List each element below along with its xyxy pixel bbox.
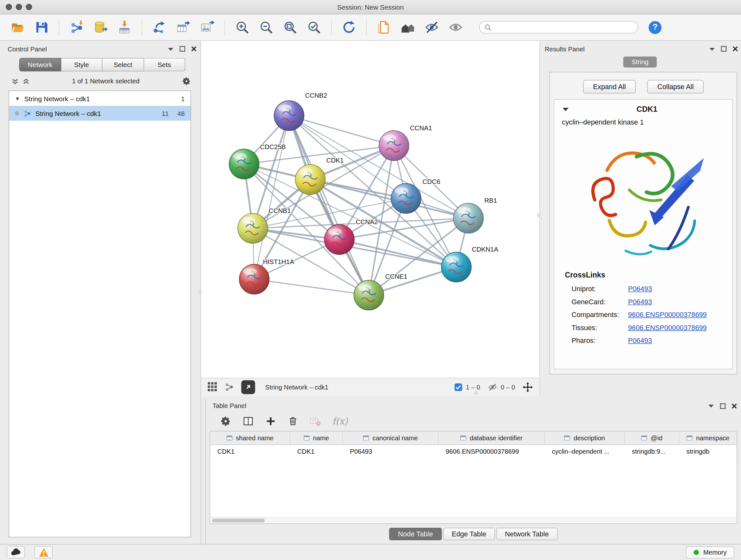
column-header-database-identifier[interactable]: database identifier [439, 431, 545, 444]
document-button[interactable] [373, 17, 395, 38]
network-node-CCNB2[interactable] [274, 101, 304, 131]
houses-icon [401, 20, 415, 35]
left-splitter-grip[interactable] [198, 290, 202, 294]
crosslink-genecard-link[interactable]: P06493 [628, 298, 652, 306]
network-edge-CCNB2-CCNA1[interactable] [289, 116, 394, 145]
tab-network[interactable]: Network [19, 58, 61, 71]
close-panel-icon[interactable] [732, 46, 738, 52]
tab-network-table[interactable]: Network Table [496, 528, 557, 541]
zoom-in-button[interactable] [231, 17, 253, 38]
collapse-gene-icon[interactable] [562, 107, 569, 112]
hidden-eye-icon[interactable] [488, 383, 497, 391]
pan-crosshair-icon[interactable] [523, 382, 533, 392]
collapse-all-button[interactable]: Collapse All [648, 80, 704, 94]
network-node-CDC25B[interactable] [229, 149, 259, 179]
eye-show-button[interactable] [445, 17, 467, 38]
warnings-button[interactable] [35, 546, 53, 559]
network-edge-CCNB2-HIST1H1A[interactable] [254, 116, 289, 279]
close-window-button[interactable] [6, 4, 12, 10]
network-node-RB1[interactable] [454, 203, 483, 233]
share-view-icon[interactable] [225, 382, 234, 392]
network-graph[interactable]: CCNB2CCNA1CDC25BCDK1CDC6RB1CCNB1CCNA2CDK… [201, 41, 540, 378]
help-button[interactable]: ? [649, 21, 662, 34]
network-node-CCNA1[interactable] [379, 131, 409, 161]
eye-hide-button[interactable] [421, 17, 443, 38]
network-options-gear-icon[interactable] [182, 77, 191, 86]
network-canvas[interactable]: CCNB2CCNA1CDC25BCDK1CDC6RB1CCNB1CCNA2CDK… [201, 41, 540, 378]
panel-menu-icon[interactable] [709, 47, 716, 51]
export-network-button[interactable] [148, 17, 171, 38]
open-session-button[interactable] [7, 17, 29, 38]
results-tab-string[interactable]: String [623, 57, 657, 68]
delete-column-trash-icon[interactable] [288, 416, 298, 427]
close-panel-icon[interactable] [191, 46, 197, 52]
import-network-database-button[interactable] [90, 17, 112, 38]
import-table-file-button[interactable] [114, 17, 136, 38]
birdseye-grid-icon[interactable] [208, 382, 217, 392]
network-node-CDC6[interactable] [391, 183, 421, 213]
table-row[interactable]: CDK1 CDK1 P06493 9606.ENSP00000378699 cy… [210, 445, 737, 458]
zoom-fit-button[interactable] [279, 17, 301, 38]
column-header-name[interactable]: name [290, 431, 343, 444]
import-network-file-button[interactable] [66, 17, 88, 38]
crosslink-pharos-link[interactable]: P06493 [628, 337, 652, 345]
network-collection-row[interactable]: ▼ String Network – cdk1 1 [9, 91, 191, 106]
cloud-status-button[interactable] [7, 546, 25, 559]
panel-menu-icon[interactable] [167, 47, 174, 51]
scrollbar-thumb[interactable] [212, 519, 265, 523]
network-node-CDK1[interactable] [295, 165, 325, 194]
tree-expander-icon[interactable]: ▼ [15, 96, 20, 101]
tab-select[interactable]: Select [103, 58, 144, 71]
collapse-all-chevron-icon[interactable] [23, 78, 30, 84]
float-panel-icon[interactable] [720, 403, 726, 409]
float-panel-icon[interactable] [721, 46, 727, 52]
column-header-shared-name[interactable]: shared name [210, 431, 290, 444]
horizontal-splitter[interactable] [201, 396, 741, 399]
right-splitter-grip[interactable] [537, 213, 541, 217]
crosslink-tissues-link[interactable]: 9606.ENSP00000378699 [628, 324, 707, 331]
show-columns-icon[interactable] [243, 416, 254, 427]
column-header-namespace[interactable]: namespace [679, 431, 737, 444]
tab-style[interactable]: Style [61, 58, 103, 71]
network-node-CCNA2[interactable] [324, 225, 354, 254]
crosslink-uniprot-link[interactable]: P06493 [628, 285, 652, 293]
close-panel-icon[interactable] [731, 403, 737, 409]
float-panel-icon[interactable] [180, 46, 185, 52]
home-button[interactable] [397, 17, 419, 38]
tab-node-table[interactable]: Node Table [389, 528, 442, 541]
panel-menu-icon[interactable] [708, 404, 715, 408]
add-column-icon[interactable] [265, 416, 276, 427]
network-edge-CCNE1-HIST1H1A[interactable] [254, 279, 369, 295]
column-header-canonical-name[interactable]: canonical name [343, 431, 439, 444]
detach-view-button[interactable] [241, 380, 255, 394]
column-header-description[interactable]: description [545, 431, 625, 444]
expand-all-button[interactable]: Expand All [583, 80, 636, 94]
export-image-button[interactable] [196, 17, 218, 38]
crosslink-compartments-link[interactable]: 9606.ENSP00000378699 [628, 311, 707, 319]
bottom-splitter-grip[interactable] [475, 391, 478, 395]
zoom-out-button[interactable] [255, 17, 277, 38]
network-row[interactable]: String Network – cdk1 11 48 [9, 106, 191, 121]
table-options-gear-icon[interactable] [220, 416, 231, 427]
maximize-window-button[interactable] [26, 4, 32, 10]
table-horizontal-scrollbar[interactable] [210, 517, 737, 524]
minimize-window-button[interactable] [16, 4, 22, 10]
expand-all-chevron-icon[interactable] [11, 78, 19, 84]
network-node-CCNE1[interactable] [354, 280, 384, 310]
column-header-id[interactable]: @id [625, 431, 679, 444]
network-node-CDKN1A[interactable] [441, 252, 471, 282]
save-session-button[interactable] [30, 17, 53, 38]
network-node-CCNB1[interactable] [238, 213, 268, 243]
tab-edge-table[interactable]: Edge Table [443, 528, 495, 541]
tab-sets[interactable]: Sets [144, 58, 185, 71]
network-node-HIST1H1A[interactable] [239, 264, 269, 294]
refresh-button[interactable] [338, 17, 360, 38]
toolbar-separator [225, 19, 225, 36]
table-panel-title: Table Panel [212, 402, 246, 410]
search-input[interactable] [495, 23, 633, 31]
memory-button[interactable]: Memory [686, 546, 734, 558]
crosslink-label: Tissues: [565, 324, 628, 331]
selected-checkbox-icon[interactable] [454, 383, 462, 391]
export-table-button[interactable] [172, 17, 194, 38]
zoom-selected-button[interactable] [303, 17, 325, 38]
